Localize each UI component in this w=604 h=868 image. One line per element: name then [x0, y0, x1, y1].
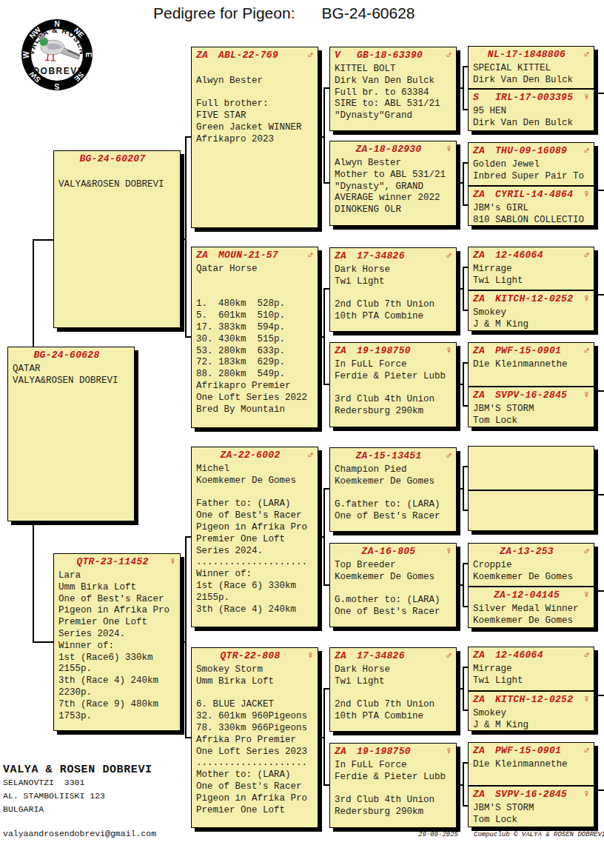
card-title-row: SIRL-17-003395♀	[469, 90, 594, 104]
pedigree-pair-5	[468, 446, 594, 531]
connector-line	[463, 667, 464, 711]
country-code: ZA	[473, 189, 495, 200]
connector-line	[457, 688, 463, 690]
pedigree-pair-4: ZAPWF-15-0901♂Die KleinmannetheZASVPV-16…	[468, 342, 594, 427]
connector-line	[323, 689, 325, 786]
pedigree-card-g4g: ZA17-34826♂Dark Horse Twi Light 2nd Club…	[329, 647, 457, 732]
pedigree-pair-7: ZA12-46064♂Mirrage Twi LightZAKITCH-12-0…	[468, 647, 594, 731]
male-icon: ♂	[304, 450, 314, 460]
pedigree-pair-8: ZAPWF-15-0901♂Die KleinmannetheZASVPV-16…	[468, 742, 594, 827]
connector-line	[463, 362, 464, 407]
country-code: ZA	[473, 293, 495, 304]
connector-line	[323, 88, 325, 184]
country-code: ZA	[196, 50, 218, 61]
female-icon: ♀	[443, 546, 452, 556]
logo-bottom-text: DOBREVI	[33, 66, 81, 76]
country-code: ZA	[473, 789, 495, 800]
card-body-text: Dark Horse Twi Light 2nd Club 7th Union …	[330, 663, 456, 723]
connector-line	[457, 87, 463, 89]
connector-line	[457, 384, 463, 385]
ring-number: SVPV-16-2845	[495, 789, 580, 800]
card-body-text: Croppie Koemkemer De Gomes	[469, 558, 594, 584]
connector-line	[597, 590, 604, 592]
connector-line	[597, 390, 604, 392]
connector-line	[597, 190, 604, 191]
connector-line	[463, 267, 464, 311]
country-code: ZA	[473, 745, 495, 756]
card-body-text: QATAR VALYA&ROSEN DOBREVI	[8, 362, 134, 387]
connector-line	[597, 695, 604, 696]
card-body-text: In FuLL Force Ferdie & Pieter Lubb 3rd C…	[330, 758, 456, 818]
pedigree-card-g5f: ZAKITCH-12-0252♀Smokey J & M King	[469, 291, 594, 330]
pedigree-card-g4f: ZA-16-805♀Top Breeder Koemkemer De Gomes…	[329, 543, 457, 627]
connector-line	[597, 294, 604, 296]
ring-number: SVPV-16-2845	[495, 390, 580, 401]
ring-number: ZA-18-82930	[335, 144, 443, 155]
loft-logo: NNEESESSWWNW VALYA & ROSEN DOBREVI	[5, 3, 109, 107]
ring-number: 17-34826	[357, 250, 443, 261]
connector-line	[318, 536, 323, 538]
connector-line	[323, 784, 329, 786]
pedigree-card-g5l: ZA-12-04145♀Silver Medal Winner Koemkeme…	[469, 587, 594, 627]
card-body-text: Die Kleinmannethe	[469, 358, 594, 371]
connector-line	[181, 238, 185, 240]
pair-divider	[468, 690, 594, 692]
card-title-row: BG-24-60207	[54, 151, 180, 166]
pedigree-card-g5p: ZASVPV-16-2845♀JBM'S STORM Tom Lock	[469, 787, 594, 827]
card-body-text: Champion Pied Koemkemer De Gomes G.fathe…	[330, 463, 456, 523]
connector-line	[597, 494, 604, 495]
card-body-text: Qatar Horse 1. 480km 528p. 5. 601km 510p…	[192, 262, 318, 415]
female-icon: ♀	[443, 345, 452, 355]
card-title-row: QTR-23-11452♀	[54, 554, 180, 569]
connector-line	[463, 66, 468, 67]
ring-number: 12-46064	[495, 250, 580, 261]
ring-number: ZA-15-13451	[335, 450, 443, 461]
connector-line	[457, 784, 463, 786]
connector-line	[323, 87, 329, 89]
ring-number: MOUN-21-57	[218, 250, 304, 261]
footer-date: 29-09-2025	[418, 831, 458, 838]
card-body-text: JBM'S STORM Tom Lock	[469, 801, 594, 827]
card-body-text: JBM's GIRL 810 SABLON COLLECTIO	[469, 201, 594, 225]
pedigree-card-g5g: ZAPWF-15-0901♂Die Kleinmannethe	[469, 343, 594, 387]
ring-number: PWF-15-0901	[495, 745, 580, 756]
pedigree-card-g5o: ZAPWF-15-0901♂Die Kleinmannethe	[469, 743, 594, 786]
owner-address-line: AL. STAMBOLIISKI 123	[3, 789, 156, 803]
card-body-text: JBM'S STORM Tom Lock	[469, 402, 594, 427]
male-icon: ♂	[443, 250, 452, 261]
ring-number: 19-198750	[357, 345, 443, 356]
owner-address-line: SELANOVTZI 3301	[3, 776, 156, 789]
connector-line	[185, 737, 191, 738]
connector-line	[463, 204, 468, 206]
pedigree-card-g3b: ZAMOUN-21-57♂Qatar Horse 1. 480km 528p. …	[191, 247, 318, 428]
card-body-text: Smokey J & M King	[469, 306, 594, 330]
pedigree-card-g5b: SIRL-17-003395♀95 HEN Dirk Van Den Bulck	[469, 90, 594, 130]
connector-line	[457, 182, 463, 184]
pedigree-card-g5k: ZA-13-253♂Croppie Koemkemer De Gomes	[469, 544, 594, 587]
ring-number: ZA-12-04145	[473, 590, 580, 601]
ring-number: BG-24-60628	[13, 350, 121, 361]
card-body-text: SPECIAL KITTEL Dirk Van Den Bulck	[469, 61, 594, 87]
card-title-row: ZA-13-253♂	[469, 544, 594, 558]
country-code: S	[473, 92, 495, 103]
pedigree-card-sire: BG-24-60207 VALYA&ROSEN DOBREVI	[53, 150, 181, 328]
female-icon: ♀	[580, 189, 590, 199]
connector-line	[185, 336, 191, 338]
pedigree-card-g4h: ZA19-198750♀In FuLL Force Ferdie & Piete…	[329, 743, 457, 828]
pedigree-card-g5m: ZA12-46064♂Mirrage Twi Light	[469, 647, 594, 691]
male-icon: ♂	[580, 650, 590, 660]
connector-line	[323, 688, 329, 690]
ring-number: ZA-16-805	[335, 546, 443, 557]
country-code: ZA	[473, 650, 495, 661]
ring-number: KITCH-12-0252	[495, 694, 580, 705]
ring-number: PWF-15-0901	[495, 345, 580, 356]
ring-number: KITCH-12-0252	[495, 293, 580, 304]
male-icon: ♂	[580, 546, 590, 556]
ring-number: BG-24-60207	[58, 153, 167, 164]
card-body-text: Silver Medal Winner Koemkemer De Gomes	[469, 602, 594, 627]
ring-number: ABL-22-769	[218, 50, 304, 61]
card-body-text: Die Kleinmannethe	[469, 758, 594, 771]
card-title-row: ZASVPV-16-2845♀	[469, 787, 594, 801]
card-title-row: ZA19-198750♀	[330, 343, 456, 358]
country-code: ZA	[335, 746, 357, 757]
